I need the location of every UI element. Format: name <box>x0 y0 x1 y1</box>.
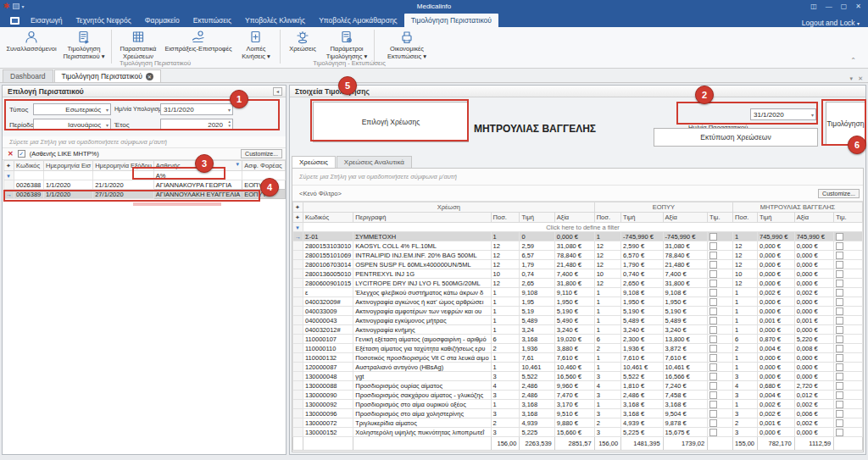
minimize-icon[interactable]: — <box>826 3 832 10</box>
loipes-kiniseis-button[interactable]: Λοιπές Κινήσεις ▾ <box>235 29 277 63</box>
band-patient[interactable]: ΜΗΤΡΟΥΛΙΑΣ ΒΑΓΓΕΛΗΣ <box>733 202 863 213</box>
tim-checkbox[interactable] <box>709 280 717 287</box>
tim-checkbox[interactable] <box>836 429 843 436</box>
col-qty[interactable]: Ποσ. <box>491 213 520 223</box>
tab-ypovoles-klinikis[interactable]: Υποβολές Κλινικής <box>238 14 312 27</box>
quick-access-toolbar[interactable]: ✱ ▾ <box>0 3 25 10</box>
asthenis-filter-input[interactable]: Α% <box>153 171 242 180</box>
col-asthenis[interactable]: Ασθενής▼ <box>153 161 242 171</box>
tim-checkbox[interactable] <box>836 345 843 352</box>
charge-row[interactable]: 120000087Αυστραλιανό αντιγόνο (HBsAg)110… <box>293 363 863 372</box>
tab-dashboard[interactable]: Dashboard <box>3 69 53 82</box>
invoice-button[interactable]: Τιμολόγηση <box>826 102 865 146</box>
charge-row[interactable]: 2800155101069INTRALIPID INJ.EM.INF. 20% … <box>293 251 863 260</box>
tim-checkbox[interactable] <box>709 270 717 278</box>
remove-filter-icon[interactable]: ✕ <box>8 150 14 158</box>
tim-checkbox[interactable] <box>709 326 717 334</box>
tim-checkbox[interactable] <box>836 363 843 371</box>
maximize-icon[interactable]: ▢ <box>841 3 848 10</box>
col-pat-price[interactable]: Τιμή <box>758 213 795 223</box>
tim-checkbox[interactable] <box>709 410 717 418</box>
collapse-panel-icon[interactable]: ◂ <box>273 87 282 96</box>
file-menu-button[interactable] <box>5 14 24 27</box>
tim-checkbox[interactable] <box>709 391 717 399</box>
charge-row[interactable]: 130000096Προσδιορισμός στο αίμα χοληστερ… <box>293 409 863 418</box>
print-charges-button[interactable]: Εκτύπωση Χρεώσεων <box>654 128 818 147</box>
tim-checkbox[interactable] <box>836 326 843 334</box>
charge-row[interactable]: εΈλεγχος φλεβικού συστήματος κάτω άκρων … <box>293 288 863 297</box>
tim-checkbox[interactable] <box>836 354 843 362</box>
tim-checkbox[interactable] <box>836 391 843 399</box>
col-eopyy-price[interactable]: Τιμή <box>621 213 663 223</box>
customize-filter-button[interactable]: Customize... <box>818 189 860 198</box>
tim-checkbox[interactable] <box>709 373 717 380</box>
select-charge-button[interactable]: Επιλογή Χρέωσης <box>313 102 469 142</box>
patient-row[interactable]: →00263891/1/202027/1/2020ΑΓΙΑΝΝΟΥΛΑΚΗ ΕΥ… <box>4 190 286 199</box>
charge-row[interactable]: 2800106703014OSPEN SUSP FL 60MLx400000UN… <box>293 260 863 269</box>
tim-checkbox[interactable] <box>836 317 843 324</box>
col-imerominia-eis[interactable]: Ημερομηνία Εισ <box>44 161 93 171</box>
chevron-down-icon[interactable]: ▾ <box>22 3 25 9</box>
tab-ypovoles-amokatharsis[interactable]: Υποβολές Αμοκάθαρσης <box>312 14 404 27</box>
periodos-select[interactable]: Ιανουάριος▾ <box>33 119 111 130</box>
tab-eisagogi[interactable]: Εισαγωγή <box>24 14 70 27</box>
tim-checkbox[interactable] <box>836 308 843 315</box>
charge-row[interactable]: 040032009#Ακτινογραφία αγκώνος ή κατ' ώμ… <box>293 297 863 307</box>
charge-row[interactable]: 130000072Τριγλυκερίδια αίματος24,9399,88… <box>293 418 863 428</box>
tab-xreoseis[interactable]: Χρεώσεις <box>292 156 336 168</box>
col-asf-foreas[interactable]: Ασφ. Φορέας <box>242 161 286 171</box>
col-eopyy-value[interactable]: Αξία <box>663 213 708 223</box>
tim-checkbox[interactable] <box>836 401 843 408</box>
tim-checkbox[interactable] <box>709 429 717 436</box>
customize-filter-button[interactable]: Customize... <box>241 149 282 158</box>
tab-timologisi-doc[interactable]: Τιμολόγηση Περιστατικού ✕ <box>54 69 161 82</box>
close-tab-icon[interactable]: ✕ <box>146 73 153 80</box>
col-pat-tim[interactable]: Τιμ. <box>834 213 863 223</box>
charge-row[interactable]: 130000048γgt35,52216,560 €35,522 €16,566… <box>293 372 863 381</box>
col-price[interactable]: Τιμή <box>520 213 554 223</box>
col-eopyy-tim[interactable]: Τιμ. <box>708 213 733 223</box>
tab-ektyposeis[interactable]: Εκτυπώσεις <box>186 14 238 27</box>
logout-and-lock-button[interactable]: Logout and Lock ▾ <box>802 19 868 27</box>
charge-row[interactable]: 130000088Προσδιορισμός ουρίας αίματος42,… <box>293 381 863 391</box>
xreoseis-button[interactable]: Χρεώσεις <box>283 29 322 63</box>
filter-cell[interactable] <box>242 171 286 180</box>
col-value[interactable]: Αξία <box>554 213 594 223</box>
charge-row[interactable]: 040032012#Ακτινογραφία κνήμης13,243,240 … <box>293 325 863 335</box>
col-code[interactable]: Κωδικός <box>303 213 353 223</box>
tim-checkbox[interactable] <box>836 382 843 390</box>
tim-checkbox[interactable] <box>709 308 717 315</box>
synallassomenoi-button[interactable]: Συναλλασσόμενοι <box>3 29 59 63</box>
band-eopyy[interactable]: ΕΟΠΥΥ <box>594 202 732 213</box>
quick-access-icon[interactable] <box>13 3 19 9</box>
charge-row[interactable]: 110000107Γενική εξέταση αίματος (αιμοσφα… <box>293 335 863 344</box>
charge-row[interactable]: →Σ-01ΣΥΜΜΕΤΟΧΗ100,000 €1-745,990 €-745,9… <box>293 232 863 241</box>
col-eopyy-qty[interactable]: Ποσ. <box>594 213 620 223</box>
timologisi-peristatikou-button[interactable]: Τιμολόγηση Περιστατικού ▾ <box>59 29 108 63</box>
charge-row[interactable]: 130000090Προσδιορισμός σακχάρου αίματος … <box>293 391 863 400</box>
doc-date-select[interactable]: 31/1/2020▾ <box>750 108 816 120</box>
tim-checkbox[interactable] <box>836 298 843 306</box>
charge-row[interactable]: 2800600901015LYCITROPE DRY INJ LYO FL 50… <box>293 279 863 288</box>
charge-row[interactable]: 2800136005010PENTREXYL INJ 1G100,747,400… <box>293 269 863 279</box>
filter-cell[interactable] <box>44 171 93 180</box>
tim-checkbox[interactable] <box>836 419 843 427</box>
tim-checkbox[interactable] <box>836 373 843 380</box>
col-pat-qty[interactable]: Ποσ. <box>733 213 758 223</box>
col-imerominia-exodou[interactable]: Ημερομηνία Εξόδου <box>93 161 154 171</box>
tim-checkbox[interactable] <box>709 354 717 362</box>
patient-row[interactable]: 00263881/1/202021/1/2020ΑΓΙΑΝΝΑΚΟΥΡΑ ΓΕΩ… <box>4 180 286 190</box>
charge-row[interactable]: 130000152Χοληστερόλη υψηλής πυκνότητας λ… <box>293 428 863 437</box>
tab-list-icon[interactable]: ▾ <box>850 75 854 82</box>
tab-timologisi-peristatikou[interactable]: Τιμολόγηση Περιστατικού <box>404 14 498 27</box>
charge-row[interactable]: 2800153103010KAOSYL COLL 4% FL.10ML122,5… <box>293 241 863 251</box>
band-xreosi[interactable]: Χρέωση <box>303 202 595 213</box>
tim-checkbox[interactable] <box>709 289 717 297</box>
spinner-arrows-icon[interactable]: ▲▼ <box>228 119 231 129</box>
tim-checkbox[interactable] <box>709 401 717 408</box>
filter-cell[interactable] <box>93 171 154 180</box>
tim-checkbox[interactable] <box>709 261 717 269</box>
eispraxeis-epistrofes-button[interactable]: Εισπράξεις-Επιστροφές <box>162 29 235 63</box>
tim-checkbox[interactable] <box>709 363 717 371</box>
tim-checkbox[interactable] <box>836 233 843 241</box>
